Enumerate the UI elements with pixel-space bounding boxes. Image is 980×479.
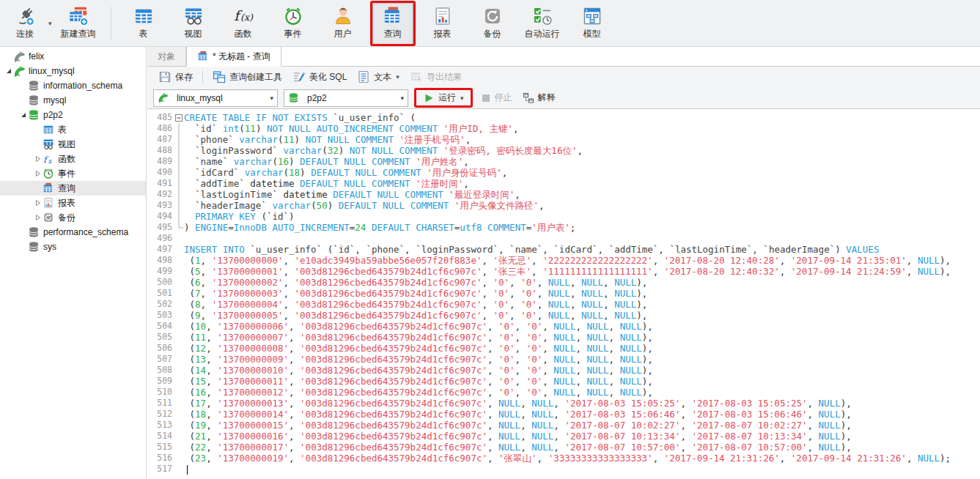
editor-line: 485CREATE TABLE IF NOT EXISTS `u_user_in… xyxy=(147,112,980,123)
sidebar-item-表[interactable]: 表 xyxy=(0,122,146,137)
run-toolbar: linux_mysql ▾ p2p2 ▾ 运行 ▾ 停止 解释 xyxy=(147,87,980,109)
editor-line: 504 (10, '13700000006', '003d81296cbed64… xyxy=(147,321,980,332)
toolbar-button-label: 表 xyxy=(139,28,148,40)
code-text: ) ENGINE=InnoDB AUTO_INCREMENT=24 DEFAUL… xyxy=(184,222,980,233)
database-icon xyxy=(28,241,40,253)
toolbar-button-event[interactable]: 事件 xyxy=(273,2,314,45)
toolbar-button-report[interactable]: 报表 xyxy=(422,2,463,45)
connection-select[interactable]: linux_mysql ▾ xyxy=(153,89,278,107)
toolbar-button-label: 模型 xyxy=(583,28,601,40)
text-cursor xyxy=(187,465,188,475)
fold-column xyxy=(174,354,184,365)
plug-icon xyxy=(15,6,35,26)
query-builder-button[interactable]: 查询创建工具 xyxy=(207,69,287,85)
sidebar-item-linux_mysql[interactable]: linux_mysql xyxy=(0,64,146,78)
tree-expanded-icon[interactable] xyxy=(19,112,28,118)
function-small-icon: fx xyxy=(43,153,54,165)
toolbar-button-view[interactable]: 视图 xyxy=(173,2,214,45)
toolbar-button-model[interactable]: 模型 xyxy=(572,2,613,45)
fold-column xyxy=(174,178,184,189)
sidebar-item-函数[interactable]: fx函数 xyxy=(0,152,146,166)
fold-column xyxy=(174,123,184,134)
code-text: `phone` varchar(11) NOT NULL COMMENT '注册… xyxy=(184,134,980,145)
sidebar-item-报表[interactable]: 报表 xyxy=(0,196,146,210)
save-button[interactable]: 保存 xyxy=(153,69,198,85)
editor-line: 507 (13, '13700000009', '003d81296cbed64… xyxy=(147,354,980,365)
fold-column xyxy=(174,233,184,244)
toolbar-button-label: 函数 xyxy=(235,28,252,40)
sidebar-item-备份[interactable]: 备份 xyxy=(0,210,146,225)
tree-collapsed-icon[interactable] xyxy=(34,200,43,206)
tree-collapsed-icon[interactable] xyxy=(34,171,43,177)
backup-icon xyxy=(482,6,503,26)
sql-editor[interactable]: 485CREATE TABLE IF NOT EXISTS `u_user_in… xyxy=(147,109,980,479)
chevron-down-icon[interactable]: ▾ xyxy=(48,20,52,27)
query-small-icon xyxy=(43,182,54,194)
editor-line: 492 `lastLoginTime` datetime DEFAULT NUL… xyxy=(147,189,980,200)
explain-button[interactable]: 解释 xyxy=(517,90,561,105)
code-text: (10, '13700000006', '003d81296cbed643579… xyxy=(184,321,980,332)
fold-collapse-icon[interactable] xyxy=(174,112,184,123)
export-result-icon xyxy=(410,70,423,83)
toolbar-button-query[interactable]: 查询 xyxy=(372,2,413,45)
sidebar-item-sys[interactable]: sys xyxy=(0,240,146,254)
tree-collapsed-icon[interactable] xyxy=(34,156,43,162)
run-button[interactable]: 运行 ▾ xyxy=(417,90,470,105)
query-icon xyxy=(383,6,403,26)
toolbar-button-backup[interactable]: 备份 xyxy=(472,2,513,45)
fold-column xyxy=(174,288,184,299)
toolbar-button-connect[interactable]: 连接 xyxy=(4,2,45,45)
editor-line: 517 xyxy=(147,464,980,475)
tab-objects[interactable]: 对象 xyxy=(147,47,186,66)
tree-expanded-icon[interactable] xyxy=(4,68,13,74)
line-number: 505 xyxy=(147,332,174,343)
toolbar-button-label: 用户 xyxy=(334,28,352,40)
editor-line: 488 `loginPassword` varchar(32) NOT NULL… xyxy=(147,145,980,156)
sidebar-item-performance_schema[interactable]: performance_schema xyxy=(0,225,146,240)
line-number: 501 xyxy=(147,288,174,299)
line-number: 511 xyxy=(147,398,174,409)
tab-query-editor[interactable]: * 无标题 - 查询 xyxy=(186,47,281,67)
editor-line: 508 (14, '13700000010', '003d81296cbed64… xyxy=(147,365,980,376)
fold-column xyxy=(174,255,184,266)
code-text: (6, '13700000002', '003d81296cbed643579b… xyxy=(184,277,980,288)
sidebar-item-mysql[interactable]: mysql xyxy=(0,93,146,108)
toolbar-button-new-query[interactable]: 新建查询 xyxy=(58,2,99,45)
sidebar-item-事件[interactable]: 事件 xyxy=(0,166,146,181)
save-icon xyxy=(158,70,172,83)
database-select[interactable]: p2p2 ▾ xyxy=(284,89,408,107)
line-number: 489 xyxy=(147,156,174,167)
toolbar-button-table[interactable]: 表 xyxy=(123,2,164,45)
sidebar-item-视图[interactable]: 视图 xyxy=(0,137,146,152)
chevron-down-icon: ▾ xyxy=(396,73,399,81)
toolbar-button-label: 视图 xyxy=(185,28,202,40)
toolbar-button-automation[interactable]: 自动运行 xyxy=(522,2,563,45)
editor-line: 489 `name` varchar(16) DEFAULT NULL COMM… xyxy=(147,156,980,167)
code-text: (1, '13700000000', 'e10adc3949ba59abbe56… xyxy=(184,255,980,266)
fold-column xyxy=(174,156,184,167)
toolbar-button-label: 报表 xyxy=(434,28,452,40)
editor-line: 506 (12, '13700000008', '003d81296cbed64… xyxy=(147,343,980,354)
sidebar-item-information_schema[interactable]: information_schema xyxy=(0,78,146,93)
model-icon xyxy=(582,6,603,26)
toolbar-button-user[interactable]: 用户 xyxy=(323,2,364,45)
text-view-button[interactable]: 文本 ▾ xyxy=(352,69,405,85)
fold-column xyxy=(174,200,184,211)
line-number: 513 xyxy=(147,420,174,431)
tree-collapsed-icon[interactable] xyxy=(34,215,43,220)
code-text: (8, '13700000004', '003d81296cbed643579b… xyxy=(184,299,980,310)
sidebar-item-label: 查询 xyxy=(58,182,75,195)
code-text: (16, '13700000012', '003d81296cbed643579… xyxy=(184,387,980,398)
editor-line: 512 (18, '13700000014', '003d81296cbed64… xyxy=(147,409,980,420)
sidebar-item-查询[interactable]: 查询 xyxy=(0,181,146,196)
sidebar-item-felix[interactable]: felix xyxy=(0,49,146,64)
toolbar-button-function[interactable]: f(x)函数 xyxy=(223,2,264,45)
sidebar-item-p2p2[interactable]: p2p2 xyxy=(0,108,146,122)
fold-column xyxy=(174,222,184,233)
toolbar-button-label: 事件 xyxy=(284,28,302,40)
connection-tree: felixlinux_mysqlinformation_schemamysqlp… xyxy=(0,47,147,479)
editor-line: 491 `addTime` datetime DEFAULT NULL COMM… xyxy=(147,178,980,189)
line-number: 506 xyxy=(147,343,174,354)
editor-line: 487 `phone` varchar(11) NOT NULL COMMENT… xyxy=(147,134,980,145)
beautify-sql-button[interactable]: 美化 SQL xyxy=(287,69,352,85)
